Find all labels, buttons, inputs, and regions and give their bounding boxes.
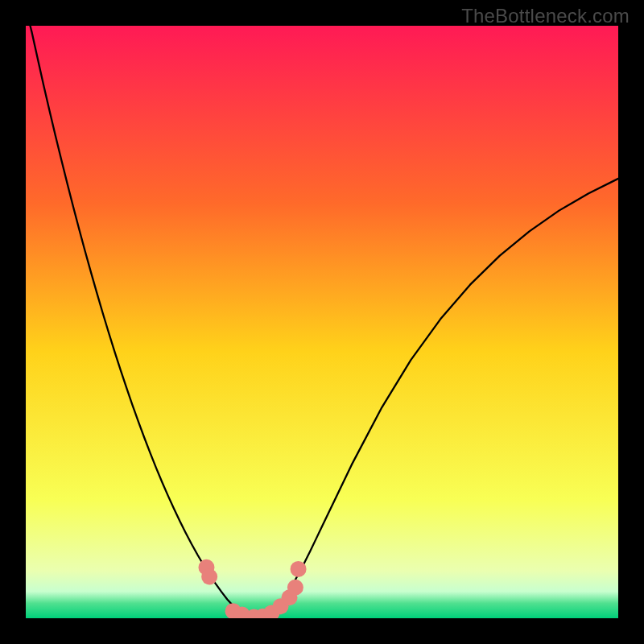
bottleneck-chart xyxy=(26,26,618,618)
watermark-text: TheBottleneck.com xyxy=(461,5,630,27)
highlight-point xyxy=(201,568,217,584)
highlight-point xyxy=(287,580,303,596)
chart-frame: TheBottleneck.com xyxy=(0,0,644,644)
chart-background xyxy=(26,26,618,618)
highlight-point xyxy=(291,561,307,577)
